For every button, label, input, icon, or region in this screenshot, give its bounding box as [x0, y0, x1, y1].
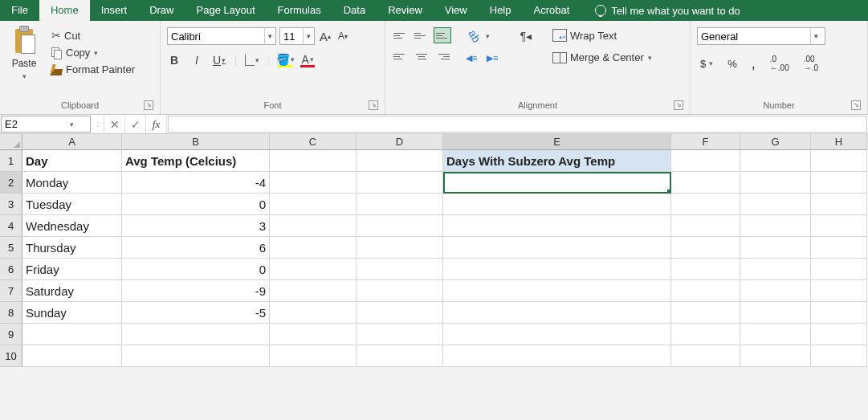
tab-review[interactable]: Review	[377, 0, 434, 21]
cell-C2[interactable]	[270, 172, 357, 194]
cell-A4[interactable]: Wednesday	[22, 215, 122, 237]
cell-C6[interactable]	[270, 259, 357, 280]
borders-button[interactable]: ▾	[245, 53, 259, 67]
col-header-A[interactable]: A	[22, 134, 122, 150]
cell-H10[interactable]	[811, 345, 867, 367]
cell-D4[interactable]	[357, 215, 443, 237]
cell-G9[interactable]	[740, 324, 811, 345]
cell-F9[interactable]	[671, 324, 740, 345]
bold-button[interactable]: B	[167, 53, 181, 67]
tab-help[interactable]: Help	[479, 0, 523, 21]
cell-C3[interactable]	[270, 194, 357, 215]
dialog-launcher-icon[interactable]: ↘	[144, 100, 153, 110]
paste-button[interactable]: Paste ▾	[6, 24, 42, 82]
tab-insert[interactable]: Insert	[90, 0, 139, 21]
cell-A10[interactable]	[22, 345, 122, 367]
font-size-input[interactable]	[280, 28, 303, 44]
cell-F1[interactable]	[671, 150, 740, 172]
align-middle-button[interactable]	[413, 27, 430, 43]
row-header[interactable]: 2	[0, 172, 22, 194]
cell-B1[interactable]: Avg Temp (Celcius)	[122, 150, 270, 172]
cell-F3[interactable]	[671, 194, 740, 215]
italic-button[interactable]: I	[189, 53, 204, 67]
select-all-corner[interactable]	[0, 134, 22, 150]
col-header-G[interactable]: G	[740, 134, 811, 150]
chevron-down-icon[interactable]: ▾	[810, 28, 821, 44]
merge-center-button[interactable]: Merge & Center▾	[549, 50, 655, 65]
name-box[interactable]: ▾	[1, 116, 91, 133]
cell-D9[interactable]	[357, 324, 443, 345]
cell-G4[interactable]	[740, 215, 811, 237]
cell-C9[interactable]	[270, 324, 357, 345]
comma-button[interactable]: ,	[748, 54, 759, 74]
cell-A9[interactable]	[22, 324, 122, 345]
cancel-formula-button[interactable]: ✕	[104, 115, 125, 133]
cell-H9[interactable]	[811, 324, 867, 345]
align-center-button[interactable]	[413, 48, 430, 64]
cell-B9[interactable]	[122, 324, 270, 345]
decrease-decimal-button[interactable]: .00→.0	[801, 53, 821, 74]
col-header-D[interactable]: D	[357, 134, 443, 150]
cell-C5[interactable]	[270, 237, 357, 259]
cell-F4[interactable]	[671, 215, 740, 237]
cell-H3[interactable]	[811, 194, 867, 215]
cell-G1[interactable]	[740, 150, 811, 172]
cell-B6[interactable]: 0	[122, 259, 270, 280]
row-header[interactable]: 9	[0, 324, 22, 345]
col-header-C[interactable]: C	[270, 134, 357, 150]
cell-E10[interactable]	[443, 345, 671, 367]
cell-E1[interactable]: Days With Subzero Avg Temp	[443, 150, 671, 172]
increase-indent-button[interactable]: ▶≡	[485, 50, 503, 66]
tell-me-search[interactable]: Tell me what you want to do	[585, 0, 749, 21]
row-header[interactable]: 8	[0, 302, 22, 324]
dialog-launcher-icon[interactable]: ↘	[851, 100, 861, 110]
cell-A3[interactable]: Tuesday	[22, 194, 122, 215]
col-header-E[interactable]: E	[443, 134, 671, 150]
cell-G6[interactable]	[740, 259, 811, 280]
row-header[interactable]: 6	[0, 259, 22, 280]
cell-E4[interactable]	[443, 215, 671, 237]
align-bottom-button[interactable]	[434, 27, 451, 43]
cell-D6[interactable]	[357, 259, 443, 280]
col-header-B[interactable]: B	[122, 134, 270, 150]
cell-B3[interactable]: 0	[122, 194, 270, 215]
dialog-launcher-icon[interactable]: ↘	[369, 100, 378, 110]
cell-G10[interactable]	[740, 345, 811, 367]
cell-C4[interactable]	[270, 215, 357, 237]
cell-F2[interactable]	[671, 172, 740, 194]
percent-button[interactable]: %	[724, 56, 740, 71]
cell-D7[interactable]	[357, 280, 443, 302]
cell-H8[interactable]	[811, 302, 867, 324]
cell-B4[interactable]: 3	[122, 215, 270, 237]
align-left-button[interactable]	[392, 48, 410, 64]
cell-H7[interactable]	[811, 280, 867, 302]
dialog-launcher-icon[interactable]: ↘	[674, 100, 683, 110]
cell-E3[interactable]	[443, 194, 671, 215]
tab-draw[interactable]: Draw	[138, 0, 185, 21]
cell-F5[interactable]	[671, 237, 740, 259]
cell-F6[interactable]	[671, 259, 740, 280]
decrease-font-icon[interactable]: A▾	[336, 29, 350, 43]
cell-A8[interactable]: Sunday	[22, 302, 122, 324]
tab-formulas[interactable]: Formulas	[267, 0, 332, 21]
cell-G2[interactable]	[740, 172, 811, 194]
cell-C7[interactable]	[270, 280, 357, 302]
cell-F8[interactable]	[671, 302, 740, 324]
cell-B2[interactable]: -4	[122, 172, 270, 194]
cell-H5[interactable]	[811, 237, 867, 259]
chevron-down-icon[interactable]: ▾	[70, 120, 74, 128]
font-name-input[interactable]	[168, 28, 264, 44]
cell-G5[interactable]	[740, 237, 811, 259]
cell-E7[interactable]	[443, 280, 671, 302]
fill-color-button[interactable]: 🪣▾	[278, 53, 292, 67]
orientation-button[interactable]: ab▾	[464, 27, 503, 45]
wrap-text-button[interactable]: Wrap Text	[549, 27, 655, 43]
cell-D3[interactable]	[357, 194, 443, 215]
cell-H6[interactable]	[811, 259, 867, 280]
cell-A7[interactable]: Saturday	[22, 280, 122, 302]
cell-A2[interactable]: Monday	[22, 172, 122, 194]
cell-E2[interactable]	[443, 172, 671, 194]
align-top-button[interactable]	[392, 27, 410, 43]
col-header-H[interactable]: H	[811, 134, 867, 150]
row-header[interactable]: 3	[0, 194, 22, 215]
